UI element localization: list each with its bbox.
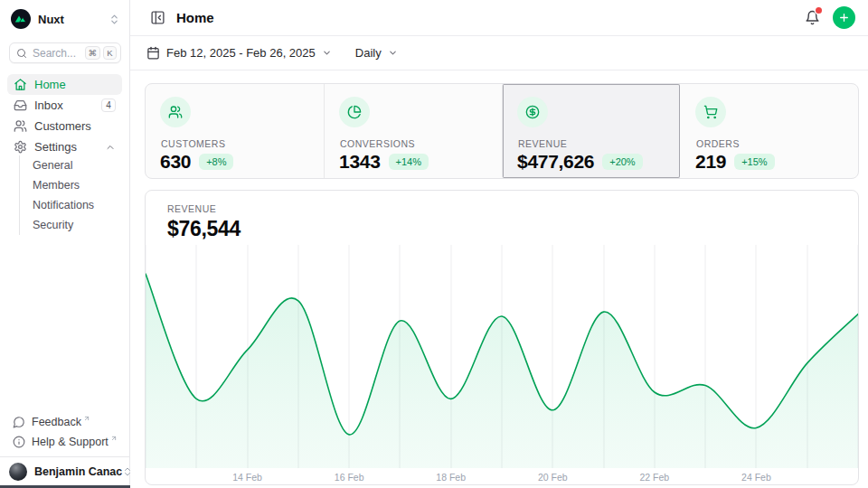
chart-header: REVENUE $76,544 <box>167 203 241 241</box>
circle-dollar-icon <box>517 97 548 127</box>
panel-left-close-icon <box>150 10 165 25</box>
sidebar-item-label: Settings <box>34 140 77 154</box>
stat-delta-badge: +8% <box>199 154 233 170</box>
help-support-link[interactable]: Help & Support <box>7 432 124 452</box>
stat-value: 1343 <box>339 151 381 173</box>
chart-plot[interactable] <box>146 245 858 468</box>
external-link-icon <box>110 435 118 442</box>
sidebar-footer-links: Feedback Help & Support <box>7 412 124 452</box>
stat-delta-badge: +14% <box>389 154 429 170</box>
sidebar-collapse-button[interactable] <box>146 6 169 29</box>
sidebar-item-notifications[interactable]: Notifications <box>20 195 122 215</box>
home-icon <box>14 78 27 91</box>
sidebar-item-label: Home <box>34 78 66 91</box>
info-circle-icon <box>13 436 25 448</box>
sidebar-item-inbox[interactable]: Inbox 4 <box>7 95 122 116</box>
stat-value: $477,626 <box>517 151 594 173</box>
sidebar-item-general[interactable]: General <box>20 155 122 175</box>
chevron-up-icon <box>105 142 116 153</box>
x-tick-label: 18 Feb <box>436 472 466 483</box>
date-range-label: Feb 12, 2025 - Feb 26, 2025 <box>166 46 316 60</box>
user-menu[interactable]: Benjamin Canac <box>9 460 121 483</box>
sidebar-item-settings[interactable]: Settings <box>7 136 122 157</box>
plus-icon <box>838 12 850 23</box>
stat-delta-badge: +20% <box>602 154 642 170</box>
avatar <box>9 463 27 481</box>
kbd-k: K <box>103 46 117 60</box>
search-shortcut: ⌘ K <box>85 46 118 60</box>
chart-pie-icon <box>339 97 370 127</box>
sidebar-item-members[interactable]: Members <box>20 175 122 195</box>
chevrons-up-down-icon <box>108 14 120 25</box>
users-icon <box>160 97 191 127</box>
stat-label: CUSTOMERS <box>161 138 225 149</box>
feedback-link[interactable]: Feedback <box>7 412 124 432</box>
nuxt-logo-icon <box>11 9 31 29</box>
chevron-down-icon <box>388 48 398 58</box>
stat-tile-conversions[interactable]: CONVERSIONS 1343 +14% <box>324 84 502 178</box>
area-chart <box>146 245 858 468</box>
sidebar-item-customers[interactable]: Customers <box>7 116 122 136</box>
stat-value: 630 <box>160 151 191 173</box>
search-input[interactable]: Search... ⌘ K <box>9 42 121 63</box>
search-icon <box>16 48 27 59</box>
stat-label: CONVERSIONS <box>340 138 415 149</box>
calendar-icon <box>146 46 160 60</box>
external-link-icon <box>83 415 90 422</box>
chevron-down-icon <box>322 48 332 58</box>
sidebar-item-home[interactable]: Home <box>7 74 122 95</box>
sidebar: Nuxt Search... ⌘ K Home <box>0 0 130 488</box>
x-tick-label: 14 Feb <box>232 472 262 483</box>
kbd-cmd: ⌘ <box>85 46 101 60</box>
main-area: Home Feb 12, 2 <box>130 0 868 488</box>
user-name: Benjamin Canac <box>34 465 122 478</box>
sidebar-item-label: Inbox <box>34 99 63 112</box>
workspace-switcher[interactable]: Nuxt <box>11 8 120 30</box>
stat-label: ORDERS <box>696 138 740 149</box>
stat-delta-badge: +15% <box>734 154 774 170</box>
page-header: Home <box>130 0 868 36</box>
x-tick-label: 20 Feb <box>538 472 568 483</box>
stat-label: REVENUE <box>518 138 567 149</box>
gear-icon <box>14 140 27 154</box>
inbox-count-badge: 4 <box>101 99 116 112</box>
dashboard-content: CUSTOMERS 630 +8% CONVERSIONS 1343 +14% <box>130 70 868 488</box>
stat-value: 219 <box>695 151 726 173</box>
header-actions <box>801 6 855 29</box>
sidebar-item-label: Customers <box>34 119 91 133</box>
notification-dot <box>816 7 822 14</box>
period-select[interactable]: Daily <box>355 46 398 60</box>
sidebar-divider <box>0 456 129 457</box>
stat-tile-customers[interactable]: CUSTOMERS 630 +8% <box>146 84 324 178</box>
x-axis: 14 Feb16 Feb18 Feb20 Feb22 Feb24 Feb <box>146 468 858 485</box>
feedback-label: Feedback <box>32 416 81 428</box>
chat-bubble-icon <box>13 416 25 428</box>
settings-submenu: General Members Notifications Security <box>19 155 122 235</box>
help-support-label: Help & Support <box>32 436 108 448</box>
users-icon <box>14 119 27 133</box>
inbox-icon <box>14 99 27 112</box>
revenue-chart-card: REVENUE $76,544 1 <box>145 190 859 485</box>
add-button[interactable] <box>833 6 855 29</box>
x-tick-label: 24 Feb <box>741 472 771 483</box>
sidebar-item-security[interactable]: Security <box>20 215 122 235</box>
stat-tile-orders[interactable]: ORDERS 219 +15% <box>680 84 858 178</box>
filter-toolbar: Feb 12, 2025 - Feb 26, 2025 Daily <box>130 36 868 70</box>
date-range-button[interactable]: Feb 12, 2025 - Feb 26, 2025 <box>146 46 332 60</box>
x-tick-label: 22 Feb <box>639 472 669 483</box>
period-label: Daily <box>355 46 382 60</box>
page-title: Home <box>176 10 214 25</box>
search-placeholder: Search... <box>33 47 76 60</box>
notifications-button[interactable] <box>801 6 824 29</box>
chart-value: $76,544 <box>167 217 241 241</box>
chart-area-fill <box>146 274 858 468</box>
x-tick-label: 16 Feb <box>335 472 364 483</box>
sidebar-nav: Home Inbox 4 Customers Settings <box>7 74 122 157</box>
stats-row: CUSTOMERS 630 +8% CONVERSIONS 1343 +14% <box>145 83 859 179</box>
app-window: Nuxt Search... ⌘ K Home <box>0 0 868 488</box>
chart-label: REVENUE <box>167 203 241 214</box>
workspace-name: Nuxt <box>38 13 64 26</box>
cart-icon <box>695 97 726 127</box>
stat-tile-revenue[interactable]: REVENUE $477,626 +20% <box>502 84 680 178</box>
